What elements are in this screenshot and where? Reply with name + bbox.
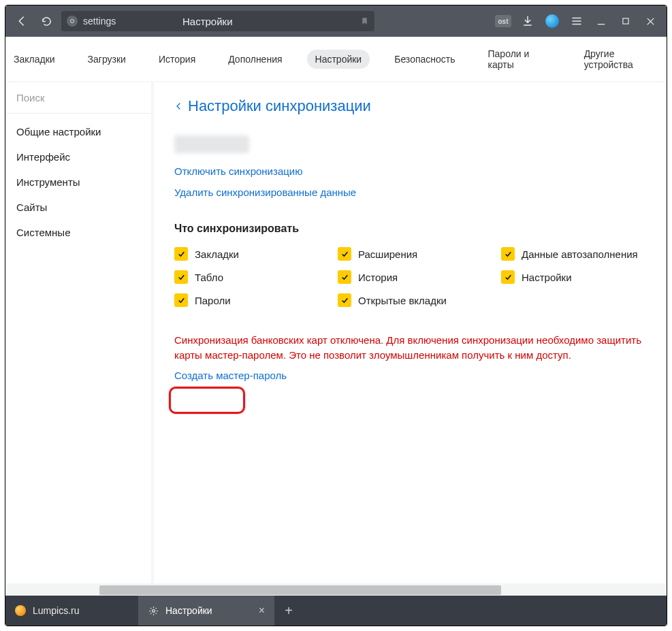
check-autofill[interactable]: Данные автозаполнения xyxy=(501,247,645,261)
tab-label: Настройки xyxy=(165,605,212,616)
back-chevron-icon[interactable] xyxy=(174,101,182,112)
topnav-passwords[interactable]: Пароли и карты xyxy=(480,44,560,74)
close-tab-icon[interactable]: × xyxy=(259,604,265,617)
settings-topnav: Закладки Загрузки История Дополнения Нас… xyxy=(5,37,667,81)
topnav-devices[interactable]: Другие устройства xyxy=(576,44,667,74)
favicon-icon xyxy=(15,605,26,616)
check-label: Данные автозаполнения xyxy=(522,248,638,260)
account-name-blurred xyxy=(174,135,249,153)
url-page-title: Настройки xyxy=(182,16,233,27)
back-button[interactable] xyxy=(12,12,31,31)
create-master-password-link[interactable]: Создать мастер-пароль xyxy=(174,370,645,381)
check-label: Табло xyxy=(195,272,223,283)
minimize-button[interactable] xyxy=(592,12,611,31)
tab-label: Lumpics.ru xyxy=(33,605,79,616)
svg-rect-0 xyxy=(623,18,628,24)
gear-icon xyxy=(148,605,159,616)
check-extensions[interactable]: Расширения xyxy=(338,247,494,261)
maximize-button[interactable] xyxy=(616,12,635,31)
check-open-tabs[interactable]: Открытые вкладки xyxy=(338,293,494,307)
menu-icon[interactable] xyxy=(567,12,586,31)
browser-titlebar: settings Настройки ost xyxy=(5,5,667,37)
sidebar-item-sites[interactable]: Сайты xyxy=(7,195,151,220)
disable-sync-link[interactable]: Отключить синхронизацию xyxy=(174,165,645,177)
check-history[interactable]: История xyxy=(338,270,494,284)
check-settings[interactable]: Настройки xyxy=(501,270,645,284)
tab-settings[interactable]: Настройки × xyxy=(138,596,274,626)
delete-sync-data-link[interactable]: Удалить синхронизированные данные xyxy=(174,187,645,198)
site-identity-icon xyxy=(67,16,78,27)
check-bookmarks[interactable]: Закладки xyxy=(174,247,331,261)
downloads-icon[interactable] xyxy=(518,12,537,31)
topnav-addons[interactable]: Дополнения xyxy=(220,50,290,69)
check-label: Настройки xyxy=(522,272,572,283)
assistant-icon[interactable] xyxy=(543,12,562,31)
svg-point-1 xyxy=(152,609,155,612)
check-label: Открытые вкладки xyxy=(358,295,447,306)
sidebar-search[interactable]: Поиск xyxy=(7,82,151,114)
topnav-bookmarks[interactable]: Закладки xyxy=(5,50,63,69)
check-label: Расширения xyxy=(358,248,417,260)
settings-main: Настройки синхронизации Отключить синхро… xyxy=(154,82,665,583)
sidebar-item-tools[interactable]: Инструменты xyxy=(7,169,151,195)
page-title[interactable]: Настройки синхронизации xyxy=(188,97,371,115)
check-label: История xyxy=(358,272,398,283)
new-tab-button[interactable]: + xyxy=(274,596,303,626)
sidebar-item-general[interactable]: Общие настройки xyxy=(7,119,151,144)
horizontal-scrollbar[interactable] xyxy=(5,585,667,596)
check-tablo[interactable]: Табло xyxy=(174,270,331,284)
sidebar-item-system[interactable]: Системные xyxy=(7,220,151,245)
highlight-passwords xyxy=(169,387,245,414)
sidebar-item-interface[interactable]: Интерфейс xyxy=(7,144,151,169)
settings-sidebar: Поиск Общие настройки Интерфейс Инструме… xyxy=(7,82,151,583)
reload-button[interactable] xyxy=(37,12,56,31)
bookmark-icon[interactable] xyxy=(360,16,369,27)
address-bar[interactable]: settings Настройки xyxy=(61,11,374,31)
url-text: settings xyxy=(83,16,116,27)
topnav-history[interactable]: История xyxy=(150,50,204,69)
extension-badge[interactable]: ost xyxy=(494,12,513,31)
sync-warning-text: Синхронизация банковских карт отключена.… xyxy=(174,333,645,363)
scrollbar-thumb[interactable] xyxy=(99,585,501,595)
browser-tabstrip: Lumpics.ru Настройки × + xyxy=(5,596,667,626)
sync-what-title: Что синхронизировать xyxy=(174,223,645,235)
check-label: Закладки xyxy=(195,248,239,260)
close-window-button[interactable] xyxy=(641,12,660,31)
topnav-security[interactable]: Безопасность xyxy=(386,50,463,69)
topnav-downloads[interactable]: Загрузки xyxy=(80,50,134,69)
topnav-settings[interactable]: Настройки xyxy=(307,50,370,69)
check-label: Пароли xyxy=(195,295,231,306)
tab-lumpics[interactable]: Lumpics.ru xyxy=(5,596,138,626)
check-passwords[interactable]: Пароли xyxy=(174,293,331,307)
